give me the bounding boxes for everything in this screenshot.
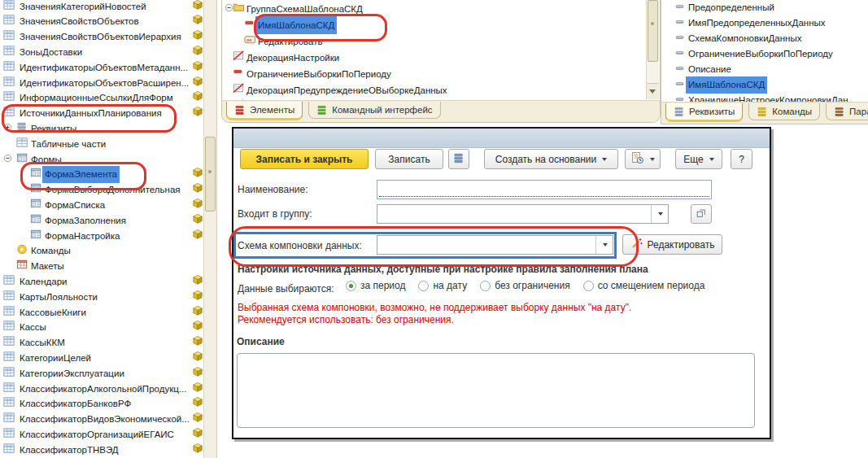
left-tree-scrollbar[interactable]: [203, 0, 217, 458]
scrollbar-thumb[interactable]: [205, 137, 216, 212]
svg-text:ок: ок: [246, 37, 251, 42]
form-element-row[interactable]: окРедактировать: [222, 31, 646, 47]
group-dropdown-button[interactable]: [651, 205, 668, 223]
description-textarea[interactable]: [237, 353, 755, 428]
form-element-row[interactable]: ОграничениеВыборкиПоПериоду: [222, 63, 646, 80]
chevron-down-icon: [650, 158, 655, 161]
group-input[interactable]: [379, 207, 653, 223]
group-field: [377, 204, 669, 224]
radio-button[interactable]: [480, 281, 491, 291]
metadata-item-row[interactable]: Табличные части: [0, 135, 203, 150]
scrollbar-thumb[interactable]: [648, 0, 658, 62]
metadata-item-row[interactable]: ЗначенияКатегорийНовостей: [0, 0, 203, 12]
button-label: Записать: [388, 154, 430, 165]
document-history-button[interactable]: [625, 149, 661, 169]
stacked-discs-icon: [453, 152, 465, 166]
elements-scrollbar[interactable]: [646, 0, 659, 99]
arrow-down-icon: [649, 89, 656, 94]
radio-button[interactable]: [346, 281, 356, 291]
metadata-item-row[interactable]: ИсточникиДанныхПланирования: [0, 104, 203, 120]
metadata-item-row[interactable]: Реквизиты: [0, 120, 203, 135]
metadata-item-row[interactable]: КлассификаторАлкогольнойПродукц...: [0, 380, 203, 395]
metadata-item-row[interactable]: КлассификаторТНВЭД: [0, 441, 203, 456]
metadata-item-row[interactable]: ФормаЗаполнения: [0, 212, 203, 227]
metadata-item-row[interactable]: ЗоныДоставки: [0, 43, 203, 59]
form-element-row[interactable]: ИмяШаблонаСКД: [222, 15, 646, 31]
attribute-row[interactable]: Предопределенный: [661, 0, 868, 14]
group-open-button[interactable]: [691, 204, 712, 224]
attributes-tabstrip: РеквизитыКомандыПараметры: [661, 102, 868, 124]
radio-option[interactable]: на дату: [418, 280, 467, 291]
related-documents-button[interactable]: [448, 149, 469, 169]
metadata-item-row[interactable]: ФормаВыбораДополнительная: [0, 181, 203, 196]
save-and-close-button[interactable]: Записать и закрыть: [240, 149, 369, 169]
metadata-item-row[interactable]: ЗначенияСвойствОбъектовИерархия: [0, 28, 203, 43]
attribute-row[interactable]: Описание: [661, 60, 868, 76]
metadata-item-row[interactable]: КатегорииЭксплуатации: [0, 364, 203, 380]
radio-label: на дату: [433, 280, 467, 291]
warning-line-2: Рекомендуется использовать: без ограниче…: [238, 314, 454, 325]
form-element-row[interactable]: ГруппаСхемаШаблонаСКД: [222, 0, 646, 15]
metadata-item-row[interactable]: КлассификаторВидовЭкономической...: [0, 410, 203, 425]
attribute-row[interactable]: ХранилищеНастроекКомпоновкиДан: [661, 91, 868, 102]
radio-label: без ограничения: [495, 280, 569, 291]
attribute-row[interactable]: ИмяПредопределенныхДанных: [661, 14, 868, 29]
metadata-item-row[interactable]: ЗначенияСвойствОбъектов: [0, 12, 203, 28]
metadata-item-row[interactable]: ИдентификаторыОбъектовРасширен...: [0, 74, 203, 89]
metadata-item-row[interactable]: КлассификаторБанковРФ: [0, 395, 203, 410]
panel-tab[interactable]: Элементы: [226, 102, 303, 120]
edit-schema-button[interactable]: Редактировать: [622, 234, 722, 255]
metadata-item-row[interactable]: Кассы: [0, 318, 203, 334]
attribute-row[interactable]: ОграничениеВыборкиПоПериоду: [661, 45, 868, 60]
chevron-down-icon: [602, 158, 607, 161]
radio-button[interactable]: [583, 281, 594, 291]
radio-option[interactable]: без ограничения: [480, 280, 569, 291]
more-button[interactable]: Еще: [675, 149, 722, 169]
form-element-row[interactable]: ДекорацияНастройки: [222, 47, 646, 63]
radio-label: со смещением периода: [598, 280, 705, 291]
save-button[interactable]: Записать: [375, 149, 443, 169]
metadata-item-row[interactable]: ФормаЭлемента: [0, 165, 203, 181]
metadata-item-row[interactable]: Календари: [0, 273, 203, 288]
panel-tab[interactable]: Команды: [748, 103, 820, 120]
metadata-item-row[interactable]: ИнформационныеСсылкиДляФорм: [0, 89, 203, 104]
tab-label: Реквизиты: [689, 107, 735, 116]
stacked-discs-icon: [757, 106, 768, 117]
metadata-item-row[interactable]: Формы: [0, 150, 203, 166]
stacked-discs-icon: [834, 106, 845, 117]
metadata-item-row[interactable]: Команды: [0, 242, 203, 257]
lock-cube-icon: [192, 443, 203, 458]
metadata-item-row[interactable]: КассыККМ: [0, 334, 203, 349]
metadata-item-row[interactable]: ИдентификаторыОбъектовМетаданн...: [0, 59, 203, 74]
metadata-item-row[interactable]: КатегорииЦелей: [0, 349, 203, 364]
metadata-item-row[interactable]: ФормаСписка: [0, 196, 203, 212]
button-label: ?: [739, 154, 744, 165]
metadata-item-row[interactable]: Макеты: [0, 257, 203, 273]
panel-tab[interactable]: Командный интерфейс: [308, 102, 440, 119]
panel-tab[interactable]: Реквизиты: [665, 103, 743, 122]
attribute-label: ХранилищеНастроекКомпоновкиДан: [686, 92, 851, 102]
metadata-item-row[interactable]: КассовыеКниги: [0, 303, 203, 319]
panel-tab[interactable]: Параметры: [826, 103, 868, 120]
scrollbar-down-button[interactable]: [647, 83, 659, 99]
radio-option[interactable]: за период: [346, 280, 405, 291]
name-field-label: Наименование:: [238, 184, 308, 195]
attribute-row[interactable]: ИмяШаблонаСКД: [661, 76, 868, 91]
data-selected-label: Данные выбираются:: [238, 283, 334, 294]
tree-item-label: КлассификаторТНВЭД: [17, 442, 121, 458]
attribute-dash-icon: [674, 94, 686, 102]
metadata-item-row[interactable]: КлассификаторОрганизацийЕГАИС: [0, 425, 203, 441]
metadata-item-row[interactable]: КартыЛояльности: [0, 288, 203, 303]
required-field-underline: [379, 196, 709, 197]
help-button[interactable]: ?: [731, 149, 752, 169]
form-element-row[interactable]: ДекорацияПредупреждениеОВыборкеДанных: [222, 80, 646, 96]
create-based-on-button[interactable]: Создать на основании: [484, 149, 618, 169]
radio-button[interactable]: [418, 281, 429, 291]
stacked-discs-icon: [316, 104, 328, 116]
button-label: Создать на основании: [495, 154, 597, 165]
metadata-item-row[interactable]: ФормаНастройка: [0, 227, 203, 242]
button-label: Еще: [683, 154, 703, 165]
button-label: Записать и закрыть: [256, 154, 353, 165]
radio-option[interactable]: со смещением периода: [583, 280, 705, 291]
attribute-row[interactable]: СхемаКомпоновкиДанных: [661, 29, 868, 45]
